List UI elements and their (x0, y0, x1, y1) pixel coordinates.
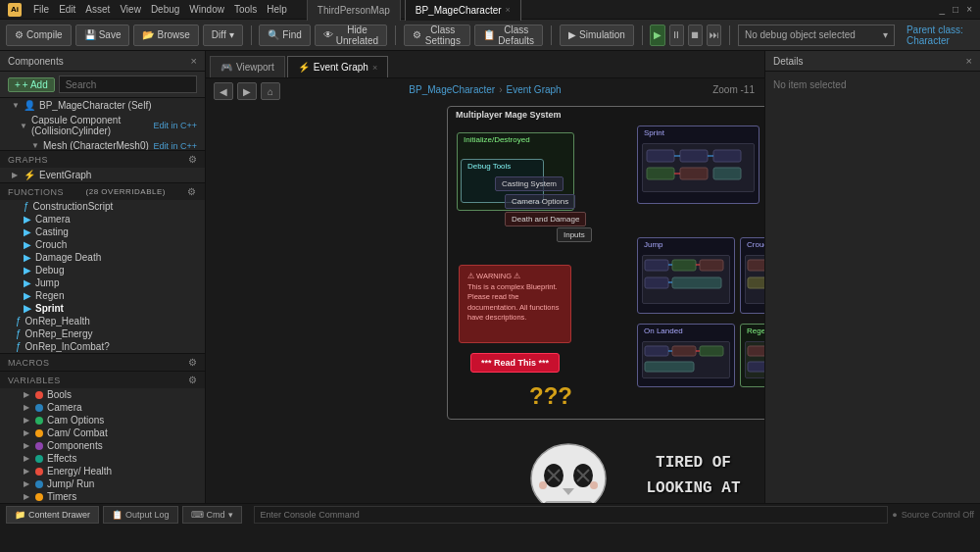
read-this-button[interactable]: *** Read This *** (470, 353, 560, 373)
variable-item-cam-options[interactable]: ▶ Cam Options (0, 414, 205, 427)
menu-asset[interactable]: Asset (85, 4, 110, 15)
tab-close-icon[interactable]: × (506, 5, 511, 15)
tab-close-icon[interactable]: × (372, 63, 377, 73)
variable-item-bools[interactable]: ▶ Bools (0, 388, 205, 401)
class-defaults-button[interactable]: 📋 Class Defaults (474, 25, 543, 46)
simulation-button[interactable]: ▶ Simulation (560, 25, 634, 46)
menu-debug[interactable]: Debug (151, 4, 179, 15)
save-button[interactable]: 💾 Save (75, 25, 130, 46)
breadcrumb-root[interactable]: BP_MageCharacter (409, 84, 495, 95)
gear-icon[interactable]: ⚙ (188, 375, 198, 385)
tree-item-self[interactable]: ▼ 👤 BP_MageCharacter (Self) (0, 98, 205, 113)
menu-help[interactable]: Help (267, 4, 287, 15)
step-button[interactable]: ⏭ (707, 25, 721, 46)
svg-rect-11 (700, 260, 723, 271)
parent-class-value[interactable]: Character (906, 35, 950, 46)
comment-crouch: Crouch (740, 237, 764, 314)
nav-home-button[interactable]: ⌂ (261, 82, 280, 100)
menu-tools[interactable]: Tools (234, 4, 257, 15)
function-item-onrep-energy[interactable]: ƒ OnRep_Energy (0, 327, 205, 340)
gear-icon[interactable]: ⚙ (188, 357, 198, 368)
variable-item-jump-run[interactable]: ▶ Jump/ Run (0, 477, 205, 490)
gear-icon[interactable]: ⚙ (188, 154, 198, 165)
menu-edit[interactable]: Edit (59, 4, 75, 15)
variable-item-timers[interactable]: ▶ Timers (0, 490, 205, 503)
event-graph-item[interactable]: ▶ ⚡ EventGraph (0, 168, 205, 182)
details-close-icon[interactable]: × (966, 55, 972, 67)
source-control-icon: ● (892, 510, 897, 520)
hide-unrelated-label: Hide Unrelated (336, 25, 378, 46)
hide-unrelated-button[interactable]: 👁 Hide Unrelated (315, 25, 387, 46)
diff-button[interactable]: Diff ▾ (203, 25, 243, 46)
breadcrumb-current: Event Graph (507, 84, 562, 95)
function-item-casting[interactable]: ▶ Casting (0, 226, 205, 238)
drawer-icon: 📁 (15, 510, 25, 520)
variable-item-effects[interactable]: ▶ Effects (0, 452, 205, 465)
arrow-icon: ▶ (24, 416, 31, 425)
svg-rect-15 (672, 277, 721, 288)
components-search-bar: + + Add (0, 72, 205, 98)
menu-file[interactable]: File (33, 4, 49, 15)
nav-back-button[interactable]: ◀ (214, 82, 233, 100)
function-item-onrep-incombat[interactable]: ƒ OnRep_InCombat? (0, 340, 205, 353)
function-item-damage-death[interactable]: ▶ Damage Death (0, 251, 205, 264)
comment-jump: Jump (637, 237, 735, 314)
output-log-tab[interactable]: 📋 Output Log (103, 506, 178, 524)
content-drawer-tab[interactable]: 📁 Content Drawer (6, 506, 99, 524)
function-item-regen[interactable]: ▶ Regen (0, 289, 205, 302)
compile-button[interactable]: ⚙ Compile (6, 25, 72, 46)
function-item-sprint[interactable]: ▶ Sprint (0, 302, 205, 315)
edit-cpp-link[interactable]: Edit in C++ (153, 141, 197, 151)
menu-window[interactable]: Window (189, 4, 224, 15)
event-graph-tab[interactable]: ⚡ Event Graph × (287, 56, 388, 77)
find-button[interactable]: 🔍 Find (259, 25, 310, 46)
function-item-onrep-health[interactable]: ƒ OnRep_Health (0, 315, 205, 327)
components-search-input[interactable] (59, 75, 197, 93)
variable-item-energy-health[interactable]: ▶ Energy/ Health (0, 465, 205, 477)
tree-item-capsule[interactable]: ▼ Capsule Component (CollisionCylinder) … (0, 113, 205, 138)
viewport-tab[interactable]: 🎮 Viewport (210, 56, 285, 77)
pause-button[interactable]: ⏸ (669, 25, 684, 46)
function-label: Jump (35, 277, 59, 288)
components-close-icon[interactable]: × (191, 55, 197, 67)
function-item-crouch[interactable]: ▶ Crouch (0, 238, 205, 251)
add-component-button[interactable]: + + Add (8, 77, 55, 92)
variable-label: Effects (47, 453, 76, 464)
gear-icon[interactable]: ⚙ (187, 186, 197, 197)
nav-forward-button[interactable]: ▶ (237, 82, 257, 100)
cmd-tab[interactable]: ⌨ Cmd ▾ (182, 506, 242, 524)
close-btn[interactable]: × (966, 4, 972, 15)
function-item-construction[interactable]: ƒ ConstructionScript (0, 200, 205, 213)
event-graph-icon: ⚡ (24, 170, 35, 180)
tree-item-mesh[interactable]: ▼ Mesh (CharacterMesh0) Edit in C++ (0, 138, 205, 150)
class-settings-button[interactable]: ⚙ Class Settings (404, 25, 470, 46)
svg-rect-26 (672, 346, 696, 356)
debug-object-dropdown[interactable]: No debug object selected ▾ (738, 25, 895, 46)
svg-rect-5 (647, 168, 674, 179)
stop-button[interactable]: ⏹ (688, 25, 703, 46)
svg-rect-17 (748, 260, 764, 271)
variable-label: Timers (47, 491, 76, 502)
function-item-camera[interactable]: ▶ Camera (0, 213, 205, 226)
browse-button[interactable]: 📂 Browse (133, 25, 198, 46)
variable-item-components[interactable]: ▶ Components (0, 439, 205, 452)
variable-dot (35, 404, 43, 412)
menu-view[interactable]: View (120, 4, 141, 15)
event-graph-label: EventGraph (39, 170, 197, 180)
tab-third-person-map[interactable]: ThirdPersonMap (307, 0, 401, 21)
variable-item-cam-combat[interactable]: ▶ Cam/ Combat (0, 427, 205, 439)
tab-bp-mage-character[interactable]: BP_MageCharacter × (405, 0, 521, 21)
maximize-btn[interactable]: □ (953, 4, 958, 15)
minimize-btn[interactable]: _ (940, 4, 946, 15)
function-item-jump[interactable]: ▶ Jump (0, 276, 205, 289)
variable-item-camera[interactable]: ▶ Camera (0, 401, 205, 414)
breadcrumb: BP_MageCharacter › Event Graph (409, 84, 561, 95)
svg-rect-1 (680, 150, 708, 162)
console-input[interactable] (254, 506, 889, 524)
function-item-debug[interactable]: ▶ Debug (0, 264, 205, 276)
blueprint-canvas[interactable]: ◀ ▶ ⌂ BP_MageCharacter › Event Graph Zoo… (206, 78, 764, 503)
edit-cpp-link[interactable]: Edit in C++ (153, 121, 197, 130)
play-button[interactable]: ▶ (650, 25, 664, 46)
arrow-icon: ▶ (24, 390, 31, 399)
inputs-node: Inputs (557, 227, 592, 242)
